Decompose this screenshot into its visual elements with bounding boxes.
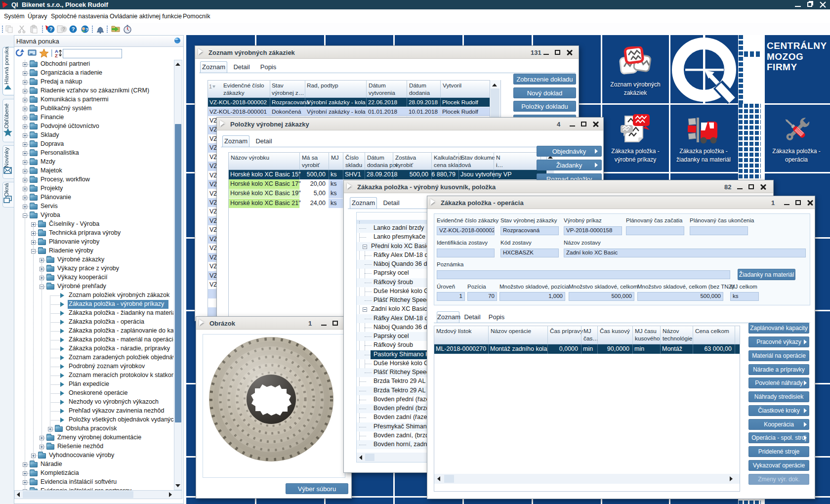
svg-text:?: ?: [72, 26, 75, 32]
svg-text:Z: Z: [55, 53, 58, 58]
svg-text:?: ?: [85, 27, 88, 32]
svg-text:?: ?: [62, 27, 65, 32]
svg-text:?: ?: [49, 26, 53, 32]
